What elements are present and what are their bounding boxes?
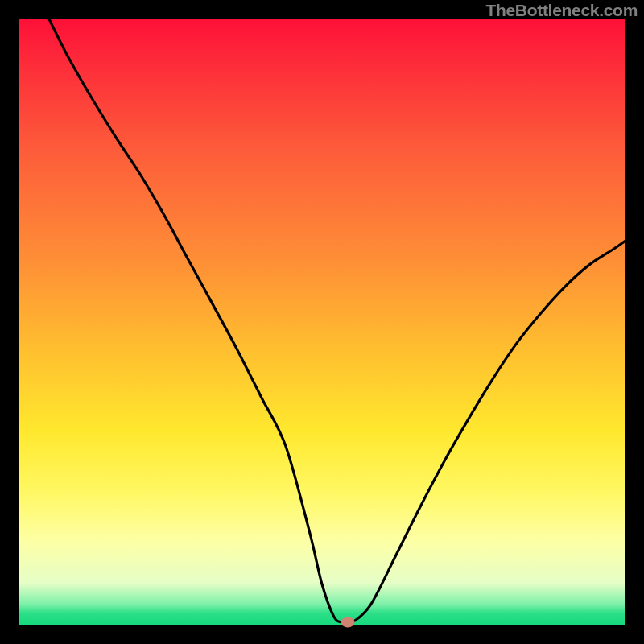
chart-frame: TheBottleneck.com [0, 0, 644, 644]
chart-plot-area [19, 19, 625, 625]
optimal-point-marker [341, 617, 355, 628]
bottleneck-curve [19, 19, 625, 625]
attribution-text: TheBottleneck.com [485, 1, 638, 20]
